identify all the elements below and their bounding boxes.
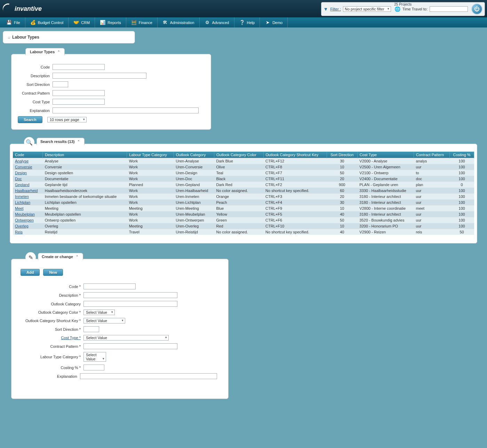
menu-reports[interactable]: 📊Reports	[95, 17, 126, 27]
c-input-explanation[interactable]	[80, 373, 217, 379]
help-icon: ❔	[239, 20, 245, 25]
results-tab[interactable]: Search results (13) ⌃	[37, 138, 85, 145]
row-costing: 100	[450, 211, 474, 217]
new-button[interactable]: New	[43, 269, 63, 276]
collapse-icon[interactable]: ⌃	[57, 50, 60, 54]
table-row[interactable]: DesignDesign opstellenWorkUren-DesignTea…	[13, 170, 474, 176]
menu-help[interactable]: ❔Help	[234, 17, 260, 27]
row-code-link[interactable]: Analyse	[15, 159, 29, 163]
row-outlook-cat: Uren-Haalbaarheid	[174, 188, 214, 194]
row-code-link[interactable]: Reis	[15, 230, 23, 234]
table-row[interactable]: AnalyseAnalyseWorkUren-AnalyseDark BlueC…	[13, 158, 474, 164]
row-code-link[interactable]: Meet	[15, 206, 23, 210]
c-input-sort[interactable]	[83, 326, 99, 332]
row-code-link[interactable]: Doc	[15, 177, 22, 181]
col-outlook-cat[interactable]: Outlook Category	[174, 152, 214, 158]
row-costing: 100	[450, 158, 474, 164]
rows-per-page-select[interactable]: 10 rows per page	[47, 117, 87, 122]
input-contract[interactable]	[53, 90, 105, 96]
c-select-category[interactable]: Select Value	[83, 352, 106, 362]
col-cost[interactable]: Cost Type	[357, 152, 414, 158]
time-travel-input[interactable]	[430, 6, 468, 12]
c-input-costing[interactable]	[83, 365, 104, 370]
col-code[interactable]: Code	[13, 152, 43, 158]
menu-finance[interactable]: 🧮Finance	[126, 17, 158, 27]
table-row[interactable]: HaalbaarheidHaalbaarheidsonderzoekWorkUr…	[13, 188, 474, 194]
col-costing[interactable]: Costing %	[450, 152, 474, 158]
c-select-outlook-shortcut[interactable]: Select Value	[83, 318, 125, 323]
row-contract: meet	[414, 206, 450, 211]
home-icon[interactable]: ⌂	[8, 35, 10, 39]
table-row[interactable]: InmetenInmeten bestaande of toekomstige …	[13, 194, 474, 200]
row-code-link[interactable]: Lichtplan	[15, 200, 30, 205]
table-row[interactable]: ReisReistijdTravelUren-ReistijdNo color …	[13, 229, 474, 235]
c-input-contract[interactable]	[83, 343, 177, 349]
row-code-link[interactable]: Gepland	[15, 183, 30, 187]
row-outlook-color: Dark Blue	[214, 158, 263, 164]
row-code-link[interactable]: Conversie	[15, 165, 32, 169]
row-outlook-color: Teal	[214, 170, 263, 176]
c-input-description[interactable]	[83, 292, 177, 298]
filter-select[interactable]: No project specific filter	[343, 6, 391, 12]
menu-file[interactable]: 💾File	[1, 17, 25, 27]
add-button[interactable]: Add	[21, 269, 40, 276]
menu-advanced[interactable]: ⚙Advanced	[200, 17, 234, 27]
power-button[interactable]: ⏻	[471, 3, 482, 15]
col-contract[interactable]: Contract Pattern	[414, 152, 450, 158]
row-code-link[interactable]: Haalbaarheid	[15, 189, 38, 193]
row-code-link[interactable]: Inmeten	[15, 194, 29, 199]
input-description[interactable]	[53, 73, 146, 79]
col-category[interactable]: Labour Type Category	[127, 152, 174, 158]
row-costing: 100	[450, 188, 474, 194]
input-cost[interactable]	[53, 99, 105, 105]
row-cost: V2400 - Documentatie	[357, 176, 414, 182]
row-cost: 3330 - Haalbaarheidsstudie	[357, 188, 414, 194]
col-outlook-color[interactable]: Outlook Category Color	[214, 152, 263, 158]
col-outlook-shortcut[interactable]: Outlook Category Shortcut Key	[263, 152, 327, 158]
table-row[interactable]: GeplandGeplande tijdPlannedUren-GeplandD…	[13, 182, 474, 188]
table-row[interactable]: DocDocumentatieWorkUren-DocBlackCTRL+F11…	[13, 176, 474, 182]
create-tab[interactable]: Create or change ⌃	[38, 253, 83, 260]
row-contract: doc	[414, 176, 450, 182]
c-select-cost[interactable]: Select Value	[83, 335, 169, 341]
row-description: Haalbaarheidsonderzoek	[43, 188, 127, 194]
collapse-icon[interactable]: ⌃	[76, 255, 79, 258]
col-description[interactable]: Description	[43, 152, 127, 158]
row-code-link[interactable]: Design	[15, 171, 27, 175]
col-sort[interactable]: Sort Direction	[327, 152, 357, 158]
menu-admin[interactable]: 🛠Administration	[158, 17, 200, 27]
c-input-code[interactable]	[83, 283, 136, 289]
search-tab[interactable]: Labour Types ⌃	[25, 48, 65, 55]
input-code[interactable]	[53, 64, 105, 70]
search-button[interactable]: Search	[18, 116, 42, 123]
row-cost: V2900 - Reizen	[357, 229, 414, 235]
brand-text: invantive	[15, 5, 42, 13]
table-row[interactable]: MeubelplanMeubelplan opstellenWorkUren-M…	[13, 211, 474, 217]
c-select-outlook-color[interactable]: Select Value	[83, 310, 115, 315]
row-code-link[interactable]: Ontwerpen	[15, 218, 34, 222]
search-tab-label: Labour Types	[30, 50, 55, 54]
menu-crm[interactable]: 🤝CRM	[69, 17, 95, 27]
menu-demo[interactable]: ➤Demo	[260, 17, 288, 27]
row-category: Work	[127, 176, 174, 182]
row-costing: 0	[450, 182, 474, 188]
row-contract: reis	[414, 229, 450, 235]
row-outlook-cat: Uren-Meubelplan	[174, 211, 214, 217]
c-label-cost[interactable]: Cost Type *	[23, 336, 83, 340]
row-costing: 100	[450, 200, 474, 206]
results-table: Code Description Labour Type Category Ou…	[13, 152, 474, 235]
table-row[interactable]: MeetMeetingMeetingUren-MeetingBlueCTRL+F…	[13, 206, 474, 211]
input-sort[interactable]	[53, 81, 68, 87]
c-input-outlook-cat[interactable]	[83, 301, 177, 307]
collapse-icon[interactable]: ⌃	[77, 140, 80, 143]
table-row[interactable]: OverlegOverlegMeetingUren-OverlegRedCTRL…	[13, 223, 474, 229]
input-explanation[interactable]	[53, 107, 199, 113]
table-row[interactable]: OntwerpenOntwerp opstellenWorkUren-Ontwe…	[13, 217, 474, 223]
table-row[interactable]: LichtplanLichtplan opstellenWorkUren-Lic…	[13, 200, 474, 206]
menu-help-label: Help	[247, 21, 255, 25]
table-row[interactable]: ConversieConversieWorkUren-ConversieOliv…	[13, 164, 474, 170]
row-code-link[interactable]: Overleg	[15, 224, 29, 228]
menu-budget[interactable]: 💰Budget Control	[25, 17, 69, 27]
filter-label[interactable]: Filter :	[330, 7, 341, 11]
row-code-link[interactable]: Meubelplan	[15, 212, 35, 216]
